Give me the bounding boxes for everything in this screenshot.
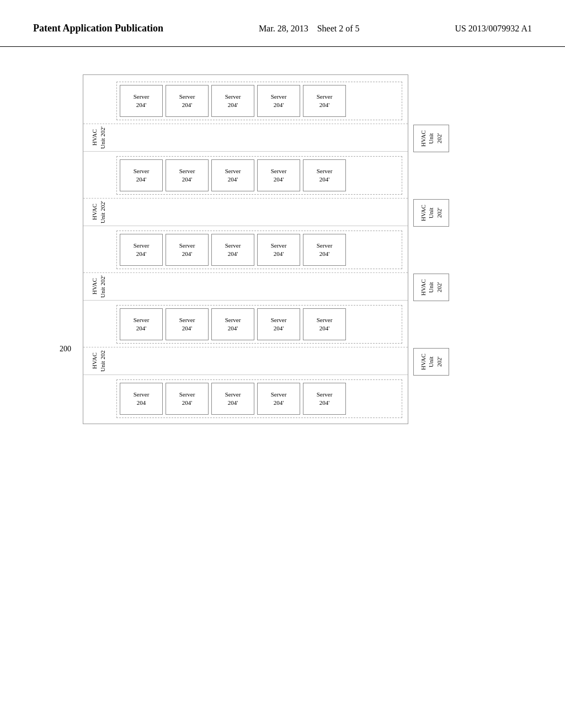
server-box: Server204': [211, 308, 254, 340]
server-row-1: Server204' Server204' Server204' Server2…: [116, 82, 402, 120]
server-box: Server204': [211, 383, 254, 415]
server-box: Server204': [257, 85, 300, 117]
server-row-3: Server204' Server204' Server204' Server2…: [116, 231, 402, 269]
server-row-2: Server204' Server204' Server204' Server2…: [116, 156, 402, 195]
server-box: Server204': [303, 159, 346, 191]
server-box: Server204': [257, 159, 300, 191]
server-box: Server204': [166, 234, 209, 266]
server-box: Server204': [120, 234, 163, 266]
server-box: Server204': [166, 159, 209, 191]
publication-number: US 2013/0079932 A1: [455, 22, 532, 35]
hvac-row-1: HVACUnit 202': [83, 124, 408, 152]
hvac-row-4: HVACUnit 202: [83, 347, 408, 375]
hvac-empty-1: [114, 124, 408, 151]
server-row-4-container: Server204' Server204' Server204' Server2…: [83, 301, 408, 347]
diagram-container: 200 Server204' Server204' Server204' Ser…: [55, 74, 565, 424]
server-box: Server204': [166, 85, 209, 117]
server-box: Server204': [211, 234, 254, 266]
server-row-5: Server204 Server204' Server204' Server20…: [116, 379, 402, 418]
publication-date-sheet: Mar. 28, 2013 Sheet 2 of 5: [259, 22, 360, 35]
page-header: Patent Application Publication Mar. 28, …: [0, 0, 565, 47]
hvac-right-label-4: HVACUnit 202': [413, 348, 449, 376]
publication-date: Mar. 28, 2013: [259, 24, 308, 33]
hvac-empty-2: [114, 199, 408, 226]
server-box: Server204': [120, 85, 163, 117]
server-row-2-container: Server204' Server204' Server204' Server2…: [83, 152, 408, 199]
server-row-5-container: Server204 Server204' Server204' Server20…: [83, 375, 408, 424]
hvac-right-label-1: HVACUnit 202': [413, 125, 449, 152]
server-box: Server204': [303, 383, 346, 415]
publication-title: Patent Application Publication: [33, 22, 163, 35]
server-box: Server204': [211, 159, 254, 191]
server-box: Server204': [257, 308, 300, 340]
hvac-left-label-1: HVACUnit 202': [83, 124, 114, 151]
hvac-empty-4: [114, 347, 408, 374]
hvac-empty-3: [114, 273, 408, 300]
server-box: Server204': [303, 85, 346, 117]
server-row-1-container: Server204' Server204' Server204' Server2…: [83, 75, 408, 124]
hvac-left-label-3: HVACUnit 202': [83, 273, 114, 300]
sheet-info: Sheet 2 of 5: [317, 24, 360, 33]
diagram-label: 200: [60, 345, 71, 354]
hvac-left-label-4: HVACUnit 202: [83, 347, 114, 374]
server-box: Server204': [303, 234, 346, 266]
server-box: Server204': [211, 85, 254, 117]
server-row-4: Server204' Server204' Server204' Server2…: [116, 305, 402, 344]
hvac-right-label-2: HVACUnit 202': [413, 199, 449, 227]
server-box: Server204': [120, 159, 163, 191]
hvac-left-label-2: HVACUnit 202': [83, 199, 114, 226]
outer-diagram-box: Server204' Server204' Server204' Server2…: [83, 74, 408, 424]
server-box: Server204': [257, 234, 300, 266]
hvac-row-2: HVACUnit 202': [83, 199, 408, 226]
server-box: Server204': [166, 383, 209, 415]
server-box: Server204': [166, 308, 209, 340]
server-box: Server204': [257, 383, 300, 415]
server-box: Server204: [120, 383, 163, 415]
server-row-3-container: Server204' Server204' Server204' Server2…: [83, 226, 408, 273]
hvac-right-column: HVACUnit 202' HVACUnit 202' HVACUnit 202…: [413, 75, 457, 424]
server-box: Server204': [120, 308, 163, 340]
hvac-row-3: HVACUnit 202': [83, 273, 408, 301]
server-box: Server204': [303, 308, 346, 340]
hvac-right-label-3: HVACUnit 202': [413, 274, 449, 301]
